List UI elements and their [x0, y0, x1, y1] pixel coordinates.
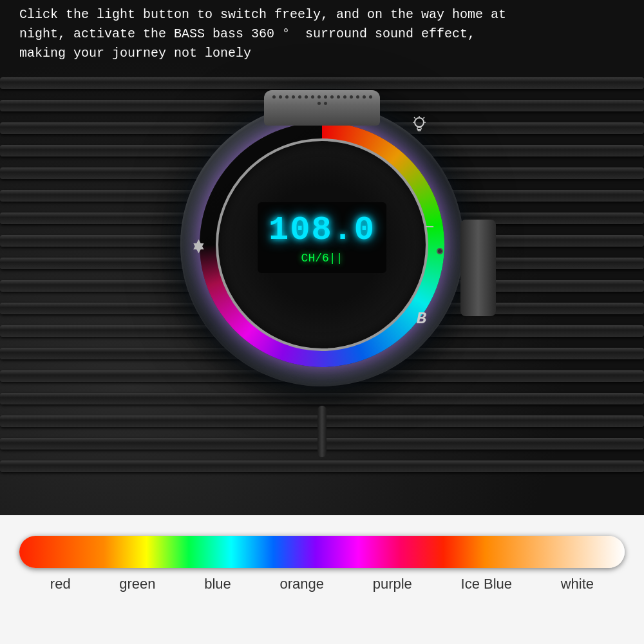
- color-label-red: red: [50, 576, 71, 592]
- grille-dot: [285, 95, 289, 99]
- svg-line-5: [414, 117, 415, 118]
- vent-slat: [0, 460, 644, 472]
- grille-dot: [350, 95, 353, 99]
- grille-dot: [298, 95, 301, 99]
- bass-button[interactable]: B: [416, 309, 426, 328]
- fm-transmitter-device: 108.0 CH/6|| ▲ ▼ — B: [148, 84, 496, 419]
- grille-dot: [324, 102, 327, 105]
- grille-dot: [311, 95, 314, 99]
- description-text: Click the light button to switch freely,…: [19, 5, 625, 63]
- grille-dot: [324, 95, 327, 99]
- nav-down-button[interactable]: ▼: [193, 238, 204, 258]
- grille-dot: [279, 95, 282, 99]
- svg-line-4: [423, 117, 424, 118]
- frequency-display-screen: 108.0 CH/6||: [258, 202, 386, 273]
- color-label-green: green: [119, 576, 155, 592]
- grille-dot: [337, 95, 340, 99]
- color-options-section: red green blue orange purple Ice Blue wh…: [0, 536, 644, 592]
- frequency-value: 108.0: [269, 211, 375, 249]
- mode-value: CH/6||: [301, 252, 343, 265]
- grille-dot: [356, 95, 359, 99]
- color-label-blue: blue: [204, 576, 231, 592]
- aux-port: [437, 248, 443, 254]
- light-button[interactable]: [410, 116, 428, 138]
- grille-dot: [330, 95, 334, 99]
- svg-rect-2: [418, 129, 421, 131]
- lightbulb-icon: [410, 116, 428, 134]
- device-body: 108.0 CH/6|| ▲ ▼ — B: [180, 103, 464, 386]
- mount-clip: [460, 220, 496, 316]
- grille-dot: [343, 95, 346, 99]
- color-gradient-bar: [19, 536, 625, 568]
- color-label-white: white: [561, 576, 594, 592]
- grille-dot: [369, 95, 372, 99]
- grille-dots: [264, 90, 380, 110]
- grille-dot: [317, 95, 321, 99]
- color-labels-row: red green blue orange purple Ice Blue wh…: [19, 576, 625, 592]
- grille-dot: [317, 102, 321, 105]
- grille-dot: [305, 95, 308, 99]
- grille-dot: [292, 95, 295, 99]
- color-label-ice-blue: Ice Blue: [461, 576, 513, 592]
- svg-point-0: [415, 118, 424, 127]
- dash-button[interactable]: —: [426, 219, 433, 234]
- grille-dot: [363, 95, 366, 99]
- grille-dot: [272, 95, 276, 99]
- speaker-grille: [264, 90, 380, 126]
- cable: [317, 406, 327, 457]
- color-label-purple: purple: [373, 576, 412, 592]
- color-label-orange: orange: [280, 576, 325, 592]
